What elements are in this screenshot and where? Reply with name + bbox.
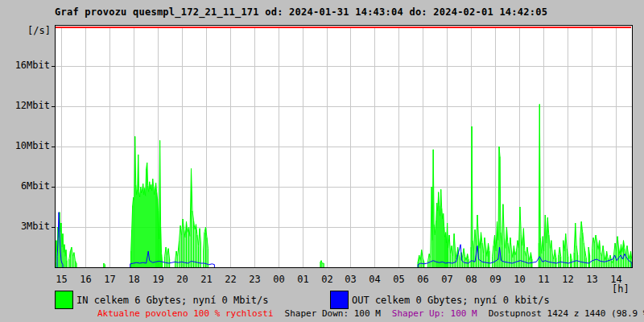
x-tick-label: 08: [460, 274, 484, 285]
x-tick-label: 04: [363, 274, 387, 285]
x-tick-label: 16: [74, 274, 98, 285]
y-axis-labels: 16Mbit12Mbit10Mbit6Mbit3Mbit: [0, 0, 52, 274]
x-tick-label: 07: [436, 274, 460, 285]
y-tick-label: 3Mbit: [21, 221, 50, 232]
out-legend-swatch: [330, 291, 349, 309]
shaper-down-text: Shaper Down: 100 M: [285, 308, 381, 319]
x-tick-label: 18: [122, 274, 147, 285]
y-tick-label: 12Mbit: [15, 100, 50, 111]
x-tick-label: 17: [98, 274, 122, 285]
x-tick-label: 15: [50, 274, 74, 285]
y-tick-label: 16Mbit: [15, 60, 50, 71]
x-tick-label: 03: [339, 274, 363, 285]
allowed-speed-text: Aktualne povoleno 100 % rychlosti: [97, 308, 274, 319]
x-tick-label: 00: [267, 274, 291, 285]
x-tick-label: 13: [580, 274, 605, 285]
x-tick-label: 22: [219, 274, 243, 285]
shaper-up-text: Shaper Up: 100 M: [392, 308, 477, 319]
x-tick-label: 10: [508, 274, 532, 285]
out-legend-label: OUT celkem 0 Gbytes; nyní 0 kbit/s: [352, 295, 550, 306]
x-axis-labels: 1516171819202122230001020304050607080910…: [0, 274, 644, 287]
x-tick-label: 12: [556, 274, 580, 285]
in-legend-label: IN celkem 6 Gbytes; nyní 0 Mbit/s: [76, 295, 268, 306]
x-tick-label: 09: [484, 274, 508, 285]
x-axis-unit-label: [h]: [612, 283, 630, 295]
status-row: Aktualne povoleno 100 % rychlosti Shaper…: [97, 308, 644, 319]
x-tick-label: 19: [147, 274, 171, 285]
x-tick-label: 05: [387, 274, 411, 285]
x-tick-label: 11: [532, 274, 556, 285]
x-tick-label: 01: [291, 274, 316, 285]
y-tick-label: 10Mbit: [15, 140, 50, 151]
availability-text: Dostupnost 1424 z 1440 (98.9 %): [489, 308, 644, 319]
x-tick-label: 21: [195, 274, 219, 285]
x-tick-label: 23: [243, 274, 267, 285]
y-tick-label: 6Mbit: [21, 180, 50, 192]
in-legend-swatch: [55, 291, 73, 309]
x-tick-label: 20: [171, 274, 195, 285]
x-tick-label: 02: [316, 274, 340, 285]
x-tick-label: 06: [411, 274, 436, 285]
